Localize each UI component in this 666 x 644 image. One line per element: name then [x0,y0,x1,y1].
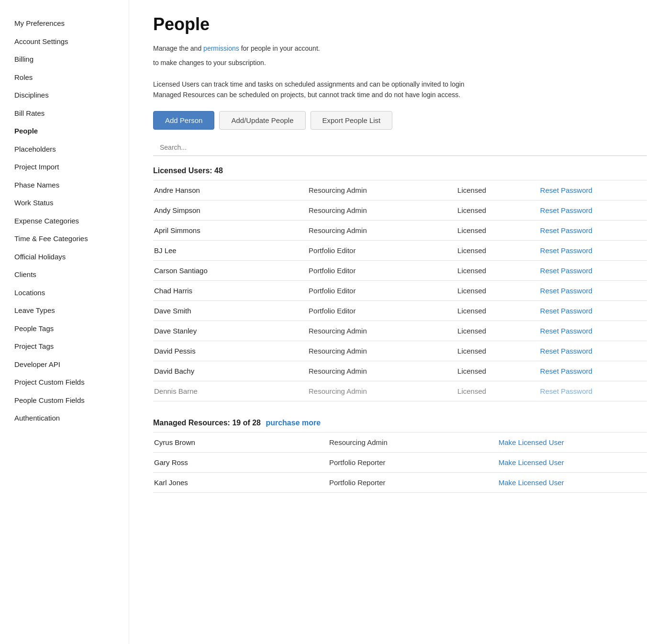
reset-password-link[interactable]: Reset Password [533,280,647,300]
user-type: Licensed [451,381,533,401]
user-name: Andre Hanson [153,180,302,200]
info-line1: Licensed Users can track time and tasks … [153,79,647,89]
user-name: April Simmons [153,220,302,240]
resource-name: Gary Ross [153,452,322,472]
user-role: Resourcing Admin [302,341,451,361]
table-row: Dave Smith Portfolio Editor Licensed Res… [153,300,647,321]
description-line1: Manage the and permissions for people in… [153,43,647,54]
sidebar-item-placeholders[interactable]: Placeholders [14,140,129,158]
purchase-more-link[interactable]: purchase more [266,419,321,427]
managed-section-label: Managed Resources: 19 of 28 [153,419,263,427]
table-row: BJ Lee Portfolio Editor Licensed Reset P… [153,240,647,260]
add-update-people-button[interactable]: Add/Update People [219,111,305,130]
user-name: BJ Lee [153,240,302,260]
user-type: Licensed [451,240,533,260]
sidebar-item-developer-api[interactable]: Developer API [14,355,129,374]
resource-role: Portfolio Reporter [322,452,492,472]
user-role: Resourcing Admin [302,200,451,220]
resource-role: Portfolio Reporter [322,472,492,492]
sidebar-item-time-fee-categories[interactable]: Time & Fee Categories [14,230,129,248]
sidebar-item-billing[interactable]: Billing [14,50,129,68]
user-name: David Pessis [153,341,302,361]
user-name: Dave Stanley [153,321,302,341]
user-role: Resourcing Admin [302,321,451,341]
table-row: Dave Stanley Resourcing Admin Licensed R… [153,321,647,341]
licensed-section-label: Licensed Users: 48 [153,167,223,175]
sidebar-item-project-tags[interactable]: Project Tags [14,337,129,355]
user-name: Chad Harris [153,280,302,300]
sidebar-item-project-import[interactable]: Project Import [14,158,129,176]
table-row: Andre Hanson Resourcing Admin Licensed R… [153,180,647,200]
user-role: Resourcing Admin [302,381,451,401]
permissions-link[interactable]: permissions [203,44,239,52]
user-role: Resourcing Admin [302,220,451,240]
description-line2: to make changes to your subscription. [153,57,647,68]
sidebar-item-disciplines[interactable]: Disciplines [14,86,129,104]
table-row: Carson Santiago Portfolio Editor License… [153,260,647,280]
user-name: Dennis Barne [153,381,302,401]
sidebar-item-locations[interactable]: Locations [14,284,129,302]
sidebar-item-bill-rates[interactable]: Bill Rates [14,104,129,122]
user-name: Carson Santiago [153,260,302,280]
make-licensed-user-link[interactable]: Make Licensed User [492,432,647,452]
sidebar-item-leave-types[interactable]: Leave Types [14,301,129,320]
table-row: April Simmons Resourcing Admin Licensed … [153,220,647,240]
reset-password-link[interactable]: Reset Password [533,200,647,220]
user-type: Licensed [451,180,533,200]
table-row: David Bachy Resourcing Admin Licensed Re… [153,361,647,381]
reset-password-link[interactable]: Reset Password [533,220,647,240]
reset-password-link[interactable]: Reset Password [533,361,647,381]
reset-password-link[interactable]: Reset Password [533,321,647,341]
sidebar-item-clients[interactable]: Clients [14,266,129,284]
sidebar-item-my-preferences[interactable]: My Preferences [14,14,129,33]
user-type: Licensed [451,260,533,280]
sidebar-item-project-custom-fields[interactable]: Project Custom Fields [14,373,129,391]
user-name: David Bachy [153,361,302,381]
sidebar-item-people-tags[interactable]: People Tags [14,320,129,338]
sidebar-item-roles[interactable]: Roles [14,68,129,87]
user-type: Licensed [451,220,533,240]
table-row: Cyrus Brown Resourcing Admin Make Licens… [153,432,647,452]
table-row: Chad Harris Portfolio Editor Licensed Re… [153,280,647,300]
reset-password-link[interactable]: Reset Password [533,180,647,200]
info-block: Licensed Users can track time and tasks … [153,79,647,100]
sidebar-item-official-holidays[interactable]: Official Holidays [14,248,129,266]
user-type: Licensed [451,300,533,321]
info-line2: Managed Resources can be scheduled on pr… [153,89,647,100]
user-role: Portfolio Editor [302,260,451,280]
make-licensed-user-link[interactable]: Make Licensed User [492,472,647,492]
user-role: Resourcing Admin [302,180,451,200]
sidebar-item-people-custom-fields[interactable]: People Custom Fields [14,391,129,410]
resource-name: Karl Jones [153,472,322,492]
resource-role: Resourcing Admin [322,432,492,452]
user-type: Licensed [451,341,533,361]
sidebar-item-expense-categories[interactable]: Expense Categories [14,212,129,230]
licensed-section-header: Licensed Users: 48 [153,167,647,175]
user-name: Andy Simpson [153,200,302,220]
user-type: Licensed [451,361,533,381]
export-people-button[interactable]: Export People List [311,111,393,130]
make-licensed-user-link[interactable]: Make Licensed User [492,452,647,472]
add-person-button[interactable]: Add Person [153,111,214,130]
sidebar-item-work-status[interactable]: Work Status [14,194,129,212]
page-title: People [153,14,647,34]
table-row: Andy Simpson Resourcing Admin Licensed R… [153,200,647,220]
sidebar-item-authentication[interactable]: Authentication [14,409,129,427]
sidebar: My PreferencesAccount SettingsBillingRol… [0,0,129,644]
sidebar-item-account-settings[interactable]: Account Settings [14,33,129,51]
table-row: Karl Jones Portfolio Reporter Make Licen… [153,472,647,492]
managed-section-header: Managed Resources: 19 of 28 purchase mor… [153,419,647,427]
sidebar-item-people[interactable]: People [14,122,129,140]
reset-password-link[interactable]: Reset Password [533,341,647,361]
table-row: David Pessis Resourcing Admin Licensed R… [153,341,647,361]
user-role: Portfolio Editor [302,240,451,260]
search-input[interactable] [153,139,647,156]
resource-name: Cyrus Brown [153,432,322,452]
table-row: Gary Ross Portfolio Reporter Make Licens… [153,452,647,472]
sidebar-item-phase-names[interactable]: Phase Names [14,176,129,194]
reset-password-link[interactable]: Reset Password [533,300,647,321]
reset-password-link[interactable]: Reset Password [533,240,647,260]
table-row: Dennis Barne Resourcing Admin Licensed R… [153,381,647,401]
reset-password-link[interactable]: Reset Password [533,260,647,280]
reset-password-link[interactable]: Reset Password [533,381,647,401]
